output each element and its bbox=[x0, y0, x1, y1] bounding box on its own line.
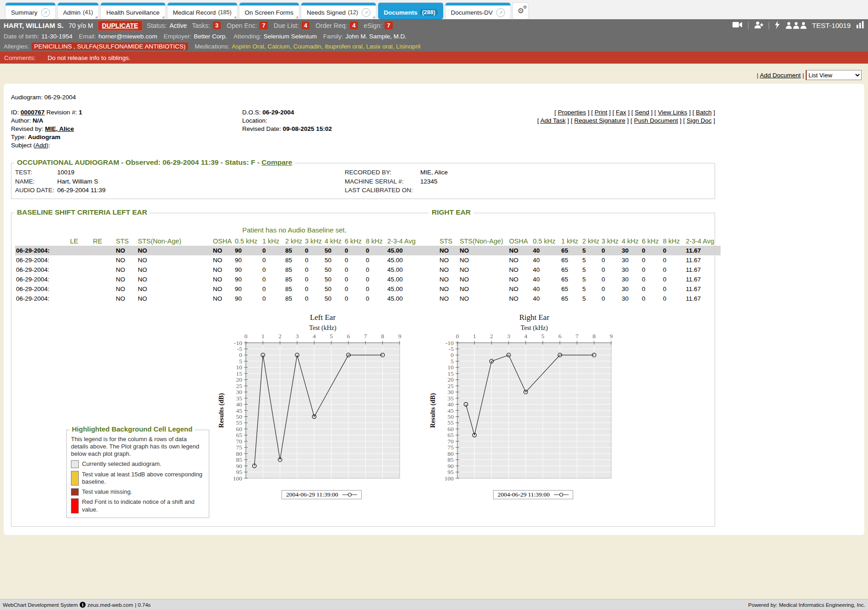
compare-link[interactable]: Compare bbox=[261, 158, 292, 166]
row-date: 06-29-2004: bbox=[15, 284, 69, 294]
counter-badge[interactable]: 4 bbox=[302, 22, 309, 29]
medication-link[interactable]: ibuprofen oral bbox=[325, 43, 363, 50]
detail-label: Family: bbox=[323, 33, 343, 40]
row-date: 06-29-2004: bbox=[15, 255, 69, 265]
cell-value: 90 bbox=[234, 275, 261, 284]
info-value: 10019 bbox=[57, 168, 75, 177]
footer-load-time: | 0.74s bbox=[135, 602, 151, 608]
column-header: 8 kHz bbox=[365, 237, 386, 246]
action-link-send[interactable]: Send bbox=[635, 109, 650, 116]
svg-text:100: 100 bbox=[445, 475, 454, 481]
cell-value: 5 bbox=[581, 275, 601, 284]
medication-link[interactable]: Coumadin bbox=[293, 43, 321, 50]
tab-label: Summary bbox=[11, 9, 38, 16]
counter-badge[interactable]: 3 bbox=[213, 22, 221, 29]
cell-value: 0 bbox=[304, 294, 324, 303]
counter-badge[interactable]: 4 bbox=[350, 22, 358, 29]
allergies-badge[interactable]: PENICILLINS , SULFA(SULFONAMIDE ANTIBIOT… bbox=[32, 43, 189, 50]
tab-label: Documents-DV bbox=[451, 9, 493, 16]
medication-link[interactable]: Aspirin Oral bbox=[232, 43, 264, 50]
action-link-request-signature[interactable]: Request Signature bbox=[574, 117, 625, 124]
tab-documents[interactable]: Documents(288) bbox=[378, 3, 443, 19]
cell-value: 45.00 bbox=[386, 294, 427, 303]
detail-label: Email: bbox=[79, 33, 96, 40]
section-gap bbox=[427, 246, 439, 255]
document-id-link[interactable]: 0000767 bbox=[21, 109, 45, 116]
open-new-window-icon[interactable]: ↗ bbox=[496, 8, 505, 17]
counter-open-enc-: Open Enc:7 bbox=[227, 22, 267, 29]
tab-label: Needs Signed bbox=[307, 9, 346, 16]
tab-on-screen-forms[interactable]: On Screen Forms bbox=[239, 3, 299, 19]
video-camera-icon[interactable] bbox=[732, 22, 743, 29]
medications-list: Aspirin Oral, Calcium, Coumadin, ibuprof… bbox=[232, 43, 420, 50]
medication-link[interactable]: Lisinopril bbox=[396, 43, 420, 50]
separator: | bbox=[757, 72, 759, 79]
view-select[interactable]: List View bbox=[806, 70, 862, 80]
cell-value: 11.67 bbox=[685, 255, 721, 265]
chart-bars-icon[interactable] bbox=[856, 21, 864, 30]
small-gear-icon: ⚙ bbox=[523, 5, 527, 10]
svg-text:8: 8 bbox=[381, 333, 384, 340]
lightning-icon[interactable] bbox=[775, 21, 780, 30]
tab-documents-dv[interactable]: Documents-DV↗ bbox=[445, 3, 511, 19]
tab-label: On Screen Forms bbox=[245, 9, 294, 16]
svg-text:4: 4 bbox=[313, 333, 316, 340]
duplicate-flag[interactable]: DUPLICATE bbox=[98, 21, 142, 30]
tab-admin[interactable]: Admin(41) bbox=[58, 3, 99, 19]
people-icon[interactable] bbox=[786, 22, 807, 29]
tab-count: (288) bbox=[420, 9, 438, 16]
cell-value: 0 bbox=[365, 255, 386, 265]
cell-value: 0 bbox=[365, 275, 386, 284]
action-bracket: [ View Links ] bbox=[654, 109, 692, 116]
cell-value: 0 bbox=[662, 246, 685, 255]
action-bracket: [ Fax ] bbox=[613, 109, 631, 116]
info-value: 06-29-2004 11:39 bbox=[57, 186, 106, 195]
medication-link[interactable]: Lasix oral bbox=[366, 43, 393, 50]
info-icon[interactable]: i bbox=[80, 602, 86, 608]
legend-swatch bbox=[71, 498, 79, 513]
cell-value: 5 bbox=[581, 294, 601, 303]
action-bracket: [ Send ] bbox=[631, 109, 654, 116]
action-link-view-links[interactable]: View Links bbox=[658, 109, 687, 116]
cell-value: NO bbox=[459, 255, 508, 265]
counter-badge[interactable]: 7 bbox=[385, 22, 392, 29]
cell-value: NO bbox=[508, 275, 532, 284]
settings-button[interactable]: ⚙⚙ bbox=[513, 3, 528, 19]
dos-value: 06-29-2004 bbox=[262, 109, 294, 116]
tab-medical-record[interactable]: Medical Record(185) bbox=[168, 3, 237, 19]
column-header: STS(Non-Age) bbox=[137, 237, 212, 246]
comments-text: Do not release info to siblings. bbox=[48, 54, 130, 61]
tab-needs-signed[interactable]: Needs Signed(12)↗ bbox=[301, 3, 376, 19]
svg-text:Test (kHz): Test (kHz) bbox=[309, 324, 336, 332]
action-link-print[interactable]: Print bbox=[595, 109, 608, 116]
add-person-icon[interactable] bbox=[754, 22, 763, 30]
cell-value bbox=[92, 265, 115, 275]
cell-value: 40 bbox=[532, 255, 560, 265]
subject-add-link[interactable]: Add bbox=[35, 142, 46, 149]
action-link-sign-doc[interactable]: Sign Doc bbox=[687, 117, 712, 124]
column-header: LE bbox=[69, 237, 92, 246]
tab-health-surveillance[interactable]: Health Surveillance bbox=[101, 3, 165, 19]
tab-summary[interactable]: Summary↗ bbox=[5, 3, 55, 19]
cell-value: 0 bbox=[261, 265, 284, 275]
type-value: Audiogram bbox=[28, 134, 60, 140]
patient-toolbar: TEST-10019 bbox=[732, 21, 864, 30]
revised-by-link[interactable]: MIE, Alice bbox=[45, 125, 74, 132]
action-link-push-document[interactable]: Push Document bbox=[634, 117, 678, 124]
detail-date-of-birth-: Date of birth:11-30-1954 bbox=[4, 33, 72, 40]
row-date: 06-29-2004: bbox=[15, 275, 69, 284]
cell-value: 0 bbox=[601, 265, 621, 275]
open-new-window-icon[interactable]: ↗ bbox=[362, 8, 370, 17]
table-row: 06-29-2004:NONONO900850500045.00NONONO40… bbox=[15, 275, 721, 284]
action-link-properties[interactable]: Properties bbox=[558, 109, 586, 116]
open-new-window-icon[interactable]: ↗ bbox=[41, 8, 50, 17]
detail-value: horner@mieweb.com bbox=[98, 33, 157, 40]
add-document-link[interactable]: Add Document bbox=[760, 72, 801, 79]
action-link-batch[interactable]: Batch bbox=[696, 109, 712, 116]
action-link-fax[interactable]: Fax bbox=[616, 109, 626, 116]
counter-badge[interactable]: 7 bbox=[260, 22, 267, 29]
action-link-add-task[interactable]: Add Task bbox=[540, 117, 565, 124]
audiogram-header-text: OCCUPATIONAL AUDIOGRAM - Observed: 06-29… bbox=[17, 158, 261, 166]
medication-link[interactable]: Calcium bbox=[267, 43, 290, 50]
tab-bar: Summary↗Admin(41)Health SurveillanceMedi… bbox=[0, 0, 868, 19]
